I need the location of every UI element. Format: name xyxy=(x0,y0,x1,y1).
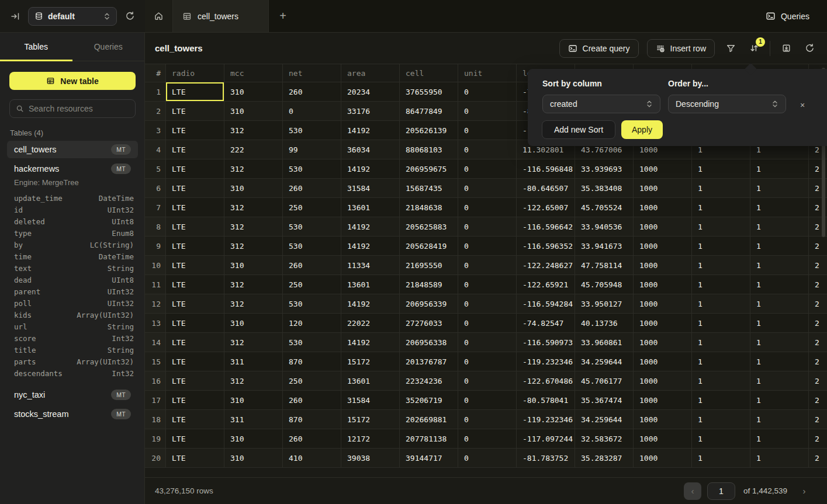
sort-icon[interactable]: 1 xyxy=(746,41,762,56)
table-cell[interactable]: 11334 xyxy=(341,256,400,275)
table-cell[interactable]: 22022 xyxy=(341,314,400,333)
remove-sort-button[interactable]: × xyxy=(797,99,808,111)
table-cell[interactable]: 530 xyxy=(283,333,341,352)
table-cell[interactable]: -116.596848 xyxy=(517,159,575,179)
row-index[interactable]: 11 xyxy=(145,275,166,294)
table-cell[interactable]: 2 xyxy=(809,294,827,314)
table-cell[interactable]: 13601 xyxy=(341,198,400,217)
order-select[interactable]: Descending xyxy=(668,95,786,113)
row-index[interactable]: 19 xyxy=(145,429,166,449)
table-cell[interactable]: 1000 xyxy=(634,256,692,275)
table-cell[interactable]: 1000 xyxy=(634,237,692,256)
table-cell[interactable]: 1 xyxy=(750,449,809,468)
queries-button[interactable]: Queries xyxy=(760,0,827,32)
table-cell[interactable]: 86477849 xyxy=(400,102,458,121)
table-cell[interactable]: 88068103 xyxy=(400,140,458,159)
table-cell[interactable]: 310 xyxy=(224,429,283,449)
table-cell[interactable]: 206959675 xyxy=(400,159,458,179)
table-cell[interactable]: 1 xyxy=(750,237,809,256)
table-cell[interactable]: LTE xyxy=(166,140,224,159)
table-cell[interactable]: 1 xyxy=(750,429,809,449)
table-cell[interactable]: -122.65921 xyxy=(517,275,575,294)
table-cell[interactable]: 0 xyxy=(458,140,517,159)
table-cell[interactable]: 1000 xyxy=(634,371,692,391)
table-cell[interactable]: 2 xyxy=(809,237,827,256)
table-cell[interactable]: 0 xyxy=(458,217,517,237)
table-cell[interactable]: 310 xyxy=(224,179,283,198)
table-cell[interactable]: 1 xyxy=(750,198,809,217)
table-cell[interactable]: 33.960861 xyxy=(575,333,634,352)
table-cell[interactable]: 0 xyxy=(458,352,517,371)
table-cell[interactable]: LTE xyxy=(166,391,224,410)
table-cell[interactable]: 312 xyxy=(224,294,283,314)
table-cell[interactable]: 0 xyxy=(458,429,517,449)
table-cell[interactable]: 1000 xyxy=(634,314,692,333)
table-cell[interactable]: LTE xyxy=(166,275,224,294)
table-cell[interactable]: -119.232346 xyxy=(517,352,575,371)
create-query-button[interactable]: Create query xyxy=(559,39,639,58)
table-cell[interactable]: 1 xyxy=(692,198,750,217)
table-cell[interactable]: 14192 xyxy=(341,333,400,352)
selected-cell[interactable]: LTE xyxy=(166,82,224,102)
table-cell[interactable]: 260 xyxy=(283,256,341,275)
row-index[interactable]: 13 xyxy=(145,314,166,333)
table-cell[interactable]: LTE xyxy=(166,198,224,217)
grid-header-cell[interactable]: cell xyxy=(400,64,458,82)
filter-icon[interactable] xyxy=(723,41,738,56)
table-cell[interactable]: 2 xyxy=(809,410,827,429)
table-cell[interactable]: 312 xyxy=(224,275,283,294)
table-cell[interactable]: 20234 xyxy=(341,82,400,102)
table-cell[interactable]: 250 xyxy=(283,371,341,391)
table-cell[interactable]: 201376787 xyxy=(400,352,458,371)
table-cell[interactable]: 1 xyxy=(692,237,750,256)
tab-cell-towers[interactable]: cell_towers xyxy=(173,0,269,32)
table-cell[interactable]: 410 xyxy=(283,449,341,468)
table-cell[interactable]: LTE xyxy=(166,352,224,371)
table-cell[interactable]: 21695550 xyxy=(400,256,458,275)
table-cell[interactable]: 530 xyxy=(283,237,341,256)
table-cell[interactable]: 1 xyxy=(692,352,750,371)
table-cell[interactable]: 1 xyxy=(692,429,750,449)
table-cell[interactable]: 33176 xyxy=(341,102,400,121)
table-cell[interactable]: 13601 xyxy=(341,371,400,391)
table-cell[interactable]: LTE xyxy=(166,314,224,333)
table-cell[interactable]: LTE xyxy=(166,179,224,198)
table-cell[interactable]: 1 xyxy=(692,256,750,275)
table-cell[interactable]: 35.367474 xyxy=(575,391,634,410)
table-cell[interactable]: 32.583672 xyxy=(575,429,634,449)
table-cell[interactable]: 1 xyxy=(750,352,809,371)
table-cell[interactable]: 1 xyxy=(692,371,750,391)
table-cell[interactable]: 222 xyxy=(224,140,283,159)
table-cell[interactable]: 1000 xyxy=(634,333,692,352)
table-cell[interactable]: 1 xyxy=(750,159,809,179)
table-cell[interactable]: 27276033 xyxy=(400,314,458,333)
table-cell[interactable]: -116.590973 xyxy=(517,333,575,352)
table-cell[interactable]: 13601 xyxy=(341,275,400,294)
table-cell[interactable]: 312 xyxy=(224,159,283,179)
prev-page-button[interactable]: ‹ xyxy=(684,482,701,500)
table-cell[interactable]: 2 xyxy=(809,256,827,275)
database-select[interactable]: default xyxy=(28,7,117,26)
table-cell[interactable]: -80.578041 xyxy=(517,391,575,410)
row-index[interactable]: 4 xyxy=(145,140,166,159)
table-cell[interactable]: LTE xyxy=(166,410,224,429)
table-cell[interactable]: 312 xyxy=(224,217,283,237)
table-cell[interactable]: 2 xyxy=(809,275,827,294)
table-cell[interactable]: 1 xyxy=(750,179,809,198)
row-index[interactable]: 12 xyxy=(145,294,166,314)
table-cell[interactable]: 120 xyxy=(283,314,341,333)
table-cell[interactable]: 0 xyxy=(458,237,517,256)
table-cell[interactable]: 1000 xyxy=(634,429,692,449)
table-cell[interactable]: 14192 xyxy=(341,294,400,314)
table-cell[interactable]: 36034 xyxy=(341,140,400,159)
row-index[interactable]: 10 xyxy=(145,256,166,275)
table-cell[interactable]: 260 xyxy=(283,82,341,102)
table-cell[interactable]: 0 xyxy=(458,179,517,198)
table-cell[interactable]: 312 xyxy=(224,333,283,352)
table-cell[interactable]: 47.758114 xyxy=(575,256,634,275)
row-index[interactable]: 6 xyxy=(145,179,166,198)
table-cell[interactable]: 870 xyxy=(283,352,341,371)
table-cell[interactable]: -116.596352 xyxy=(517,237,575,256)
table-cell[interactable]: 45.705948 xyxy=(575,275,634,294)
search-input[interactable] xyxy=(29,104,129,113)
